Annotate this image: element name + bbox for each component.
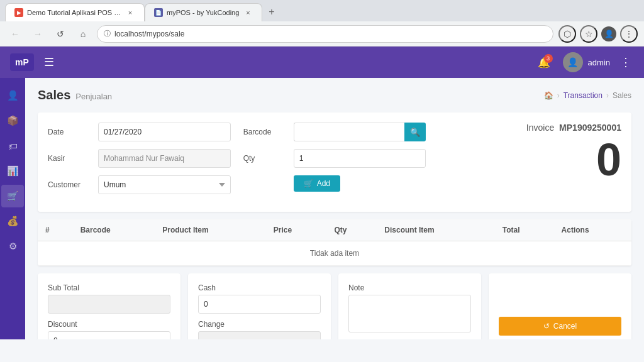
top-form-card: Date Kasir Customer Umum <box>38 112 631 212</box>
page-header: Sales Penjualan 🏠 › Transaction › Sales <box>38 88 631 102</box>
app-topbar: mP ☰ 🔔 3 👤 admin ⋮ <box>0 47 644 78</box>
kasir-input <box>98 149 231 168</box>
menu-button[interactable]: ⋮ <box>620 25 638 43</box>
left-form-col: Date Kasir Customer Umum <box>48 123 231 202</box>
page-title: Sales <box>38 88 70 102</box>
address-bar[interactable]: ⓘ localhost/mypos/sale <box>97 25 553 43</box>
sidebar-item-sales[interactable]: 🛒 <box>1 185 24 207</box>
home-button[interactable]: ⌂ <box>74 25 92 43</box>
kasir-label: Kasir <box>48 154 92 163</box>
barcode-label: Barcode <box>243 128 287 136</box>
sidebar-item-reports[interactable]: 📊 <box>1 160 24 182</box>
payment-card: Cash Change <box>188 273 331 339</box>
cash-group: Cash <box>198 283 321 314</box>
kasir-field-group: Kasir <box>48 149 231 168</box>
subtotal-label: Sub Total <box>48 283 170 292</box>
sidebar-item-finance[interactable]: 💰 <box>1 210 24 233</box>
cast-button[interactable]: ⬡ <box>558 25 576 43</box>
cancel-button-label: Cancel <box>553 322 577 331</box>
customer-field-group: Customer Umum <box>48 175 231 194</box>
barcode-input[interactable] <box>294 123 405 141</box>
forward-button[interactable]: → <box>29 25 47 43</box>
qty-field-group: Qty <box>243 149 426 168</box>
new-tab-button[interactable]: + <box>262 3 280 21</box>
customer-select[interactable]: Umum <box>98 175 231 194</box>
form-grid: Date Kasir Customer Umum <box>48 123 621 202</box>
date-field-group: Date <box>48 123 231 141</box>
col-total: Total <box>495 219 554 241</box>
empty-message: Tidak ada item <box>38 241 631 266</box>
barcode-input-group: 🔍 <box>294 123 426 141</box>
table-head: # Barcode Product Item Price Qty Discoun… <box>38 219 631 241</box>
tab-1-title: Demo Tutorial Aplikasi POS (Po... <box>27 9 121 16</box>
invoice-label-area: Invoice MP1909250001 <box>451 123 621 133</box>
add-button[interactable]: 🛒 Add <box>294 175 340 192</box>
action-buttons-card: ↺ Cancel ✓ Process Payment <box>489 273 631 339</box>
invoice-number: MP1909250001 <box>559 123 621 133</box>
browser-tab-1[interactable]: ▶ Demo Tutorial Aplikasi POS (Po... × <box>5 3 145 21</box>
col-actions: Actions <box>554 219 631 241</box>
back-button[interactable]: ← <box>6 25 24 43</box>
user-menu[interactable]: 👤 admin <box>563 52 610 72</box>
date-label: Date <box>48 128 92 136</box>
bottom-grid: Sub Total Discount Grand Total <box>38 273 631 339</box>
bell-badge: 3 <box>544 54 553 63</box>
reload-button[interactable]: ↺ <box>52 25 69 43</box>
change-group: Change <box>198 320 321 339</box>
sidebar-item-tags[interactable]: 🏷 <box>1 134 24 157</box>
user-name: admin <box>588 58 610 67</box>
star-button[interactable]: ☆ <box>580 25 597 43</box>
browser-tab-bar: ▶ Demo Tutorial Aplikasi POS (Po... × 📄 … <box>0 0 644 21</box>
date-input[interactable] <box>98 123 231 141</box>
lock-icon: ⓘ <box>104 29 111 38</box>
app-wrapper: mP ☰ 🔔 3 👤 admin ⋮ 👤 📦 🏷 📊 🛒 💰 ⚙ <box>0 47 644 339</box>
discount-input[interactable] <box>48 331 170 339</box>
customer-label: Customer <box>48 180 92 189</box>
table-header-row: # Barcode Product Item Price Qty Discoun… <box>38 219 631 241</box>
items-table: # Barcode Product Item Price Qty Discoun… <box>38 219 631 266</box>
main-content: Sales Penjualan 🏠 › Transaction › Sales <box>25 78 644 339</box>
sidebar-item-settings[interactable]: ⚙ <box>1 235 24 258</box>
col-discount: Discount Item <box>377 219 494 241</box>
breadcrumb-home-icon: 🏠 <box>544 91 553 100</box>
note-group: Note <box>348 283 471 334</box>
app-logo: mP <box>10 53 34 71</box>
col-qty: Qty <box>327 219 377 241</box>
page-title-area: Sales Penjualan <box>38 88 112 102</box>
breadcrumb-transaction[interactable]: Transaction <box>564 91 602 100</box>
note-textarea[interactable] <box>348 295 471 332</box>
browser-toolbar: ← → ↺ ⌂ ⓘ localhost/mypos/sale ⬡ ☆ 👤 ⋮ <box>0 21 644 47</box>
topbar-menu-button[interactable]: ⋮ <box>618 53 634 72</box>
breadcrumb-sales: Sales <box>613 91 631 100</box>
cancel-button[interactable]: ↺ Cancel <box>499 317 621 336</box>
qty-input[interactable] <box>294 149 426 168</box>
tab-2-favicon: 📄 <box>154 8 163 17</box>
bell-button[interactable]: 🔔 3 <box>533 54 555 71</box>
barcode-search-button[interactable]: 🔍 <box>404 123 426 141</box>
cash-input[interactable] <box>198 295 321 314</box>
table-body: Tidak ada item <box>38 241 631 266</box>
user-avatar: 👤 <box>563 52 583 72</box>
cart-icon: 🛒 <box>304 179 313 188</box>
search-icon: 🔍 <box>410 128 420 137</box>
qty-label: Qty <box>243 154 287 163</box>
mid-form-col: Barcode 🔍 Qty <box>243 123 426 192</box>
items-table-card: # Barcode Product Item Price Qty Discoun… <box>38 219 631 266</box>
hamburger-button[interactable]: ☰ <box>42 53 57 72</box>
address-text: localhost/mypos/sale <box>114 30 184 38</box>
sidebar-item-profile[interactable]: 👤 <box>1 84 24 107</box>
browser-actions: ⬡ ☆ 👤 ⋮ <box>558 25 638 43</box>
col-barcode: Barcode <box>73 219 155 241</box>
profile-button[interactable]: 👤 <box>601 26 616 41</box>
breadcrumb: 🏠 › Transaction › Sales <box>544 91 631 100</box>
tab-1-close[interactable]: × <box>125 8 135 18</box>
change-input <box>198 331 321 339</box>
tab-2-title: myPOS - by YukCoding <box>167 9 239 16</box>
tab-1-favicon: ▶ <box>14 8 23 17</box>
tab-2-close[interactable]: × <box>243 8 253 18</box>
note-card: Note <box>338 273 481 339</box>
browser-tab-2[interactable]: 📄 myPOS - by YukCoding × <box>145 3 262 21</box>
subtotal-group: Sub Total <box>48 283 170 314</box>
add-button-label: Add <box>317 179 330 188</box>
sidebar-item-products[interactable]: 📦 <box>1 109 24 132</box>
